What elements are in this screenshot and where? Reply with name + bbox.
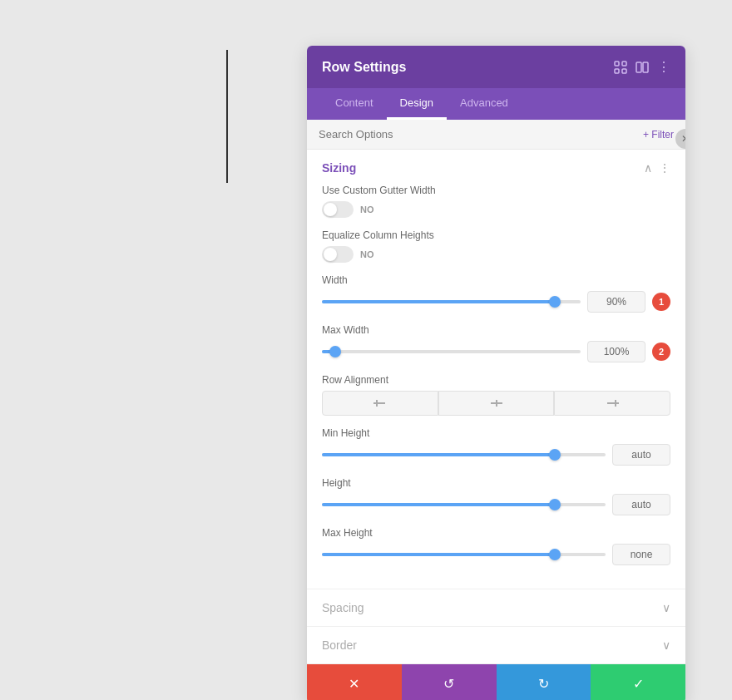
- max-height-label: Max Height: [322, 527, 670, 539]
- sizing-title: Sizing: [322, 161, 356, 175]
- max-width-setting: Max Width 2: [322, 324, 670, 362]
- max-width-slider-thumb[interactable]: [329, 346, 341, 357]
- svg-rect-2: [615, 69, 619, 73]
- redo-button[interactable]: ↻: [497, 664, 591, 700]
- height-slider-row: [322, 494, 670, 515]
- min-height-setting: Min Height: [322, 427, 670, 466]
- spacing-chevron-icon: ∨: [662, 601, 670, 614]
- panel-header: Row Settings ⋮: [307, 46, 685, 88]
- max-width-value-input[interactable]: [587, 341, 645, 362]
- custom-gutter-label: Use Custom Gutter Width: [322, 185, 670, 196]
- tab-advanced[interactable]: Advanced: [447, 88, 522, 120]
- height-slider-thumb[interactable]: [549, 499, 561, 510]
- min-height-slider-track: [322, 453, 606, 456]
- width-slider-thumb[interactable]: [549, 296, 561, 308]
- max-width-label: Max Width: [322, 324, 670, 336]
- align-left-button[interactable]: [322, 391, 438, 416]
- svg-rect-3: [622, 69, 626, 73]
- custom-gutter-toggle-row: NO: [322, 201, 670, 218]
- width-slider-row: 1: [322, 291, 670, 313]
- vertical-line-decoration: [226, 50, 228, 183]
- custom-gutter-value: NO: [360, 205, 374, 214]
- header-icons: ⋮: [614, 59, 670, 75]
- max-height-value-input[interactable]: [612, 544, 670, 565]
- spacing-title: Spacing: [322, 601, 364, 614]
- min-height-slider-thumb[interactable]: [549, 449, 561, 461]
- custom-gutter-toggle[interactable]: [322, 201, 354, 218]
- min-height-label: Min Height: [322, 427, 670, 439]
- height-slider-fill: [322, 503, 555, 506]
- max-height-setting: Max Height: [322, 527, 670, 565]
- min-height-value-input[interactable]: [612, 444, 670, 466]
- tab-design[interactable]: Design: [387, 88, 447, 120]
- svg-rect-4: [636, 62, 641, 72]
- panel-title: Row Settings: [322, 60, 406, 75]
- panel-footer: ✕ ↺ ↻ ✓: [307, 664, 685, 700]
- align-center-button[interactable]: [438, 391, 555, 416]
- max-width-badge: 2: [652, 343, 670, 361]
- svg-rect-0: [615, 62, 619, 66]
- svg-rect-5: [643, 62, 648, 72]
- min-height-slider-fill: [322, 453, 555, 456]
- row-alignment-label: Row Alignment: [322, 374, 670, 386]
- sizing-collapse-icon[interactable]: ∧: [644, 161, 652, 175]
- width-slider-track: [322, 300, 581, 303]
- align-right-button[interactable]: [554, 391, 670, 416]
- width-value-input[interactable]: [587, 291, 645, 313]
- custom-gutter-setting: Use Custom Gutter Width NO: [322, 185, 670, 218]
- max-height-slider-track: [322, 553, 606, 556]
- max-height-slider-row: [322, 544, 670, 565]
- max-width-slider-row: 2: [322, 341, 670, 362]
- width-setting: Width 1: [322, 274, 670, 313]
- height-setting: Height: [322, 477, 670, 515]
- tab-bar: Content Design Advanced: [307, 88, 685, 120]
- height-value-input[interactable]: [612, 494, 670, 515]
- width-badge: 1: [652, 293, 670, 311]
- border-chevron-icon: ∨: [662, 638, 670, 652]
- page-background: ✕ Row Settings: [0, 0, 732, 700]
- width-label: Width: [322, 274, 670, 286]
- equalize-heights-setting: Equalize Column Heights NO: [322, 229, 670, 263]
- panel-content: Sizing ∧ ⋮ Use Custom Gutter Width NO: [307, 150, 685, 664]
- equalize-heights-toggle[interactable]: [322, 246, 354, 263]
- row-settings-panel: ✕ Row Settings: [307, 46, 685, 700]
- filter-button[interactable]: + Filter: [643, 129, 674, 140]
- search-bar: + Filter: [307, 120, 685, 150]
- equalize-heights-label: Equalize Column Heights: [322, 229, 670, 241]
- spacing-section[interactable]: Spacing ∨: [307, 589, 685, 627]
- sizing-section-header: Sizing ∧ ⋮: [322, 161, 670, 175]
- sizing-section: Sizing ∧ ⋮ Use Custom Gutter Width NO: [307, 150, 685, 589]
- cancel-button[interactable]: ✕: [307, 664, 402, 700]
- row-alignment-setting: Row Alignment: [322, 374, 670, 416]
- border-section[interactable]: Border ∨: [307, 627, 685, 664]
- svg-rect-1: [622, 62, 626, 66]
- border-title: Border: [322, 638, 357, 652]
- height-label: Height: [322, 477, 670, 489]
- undo-button[interactable]: ↺: [402, 664, 497, 700]
- search-input[interactable]: [319, 128, 485, 140]
- columns-icon[interactable]: [636, 61, 649, 74]
- max-width-slider-track: [322, 350, 581, 353]
- fullscreen-icon[interactable]: [614, 61, 627, 74]
- save-button[interactable]: ✓: [591, 664, 685, 700]
- sizing-more-icon[interactable]: ⋮: [659, 161, 670, 175]
- sizing-section-icons: ∧ ⋮: [644, 161, 670, 175]
- more-icon[interactable]: ⋮: [657, 59, 670, 75]
- height-slider-track: [322, 503, 606, 506]
- max-height-slider-thumb[interactable]: [549, 549, 561, 560]
- row-alignment-buttons: [322, 391, 670, 416]
- tab-content[interactable]: Content: [322, 88, 387, 120]
- width-slider-fill: [322, 300, 555, 303]
- min-height-slider-row: [322, 444, 670, 466]
- equalize-heights-value: NO: [360, 249, 374, 259]
- equalize-heights-toggle-row: NO: [322, 246, 670, 263]
- max-height-slider-fill: [322, 553, 555, 556]
